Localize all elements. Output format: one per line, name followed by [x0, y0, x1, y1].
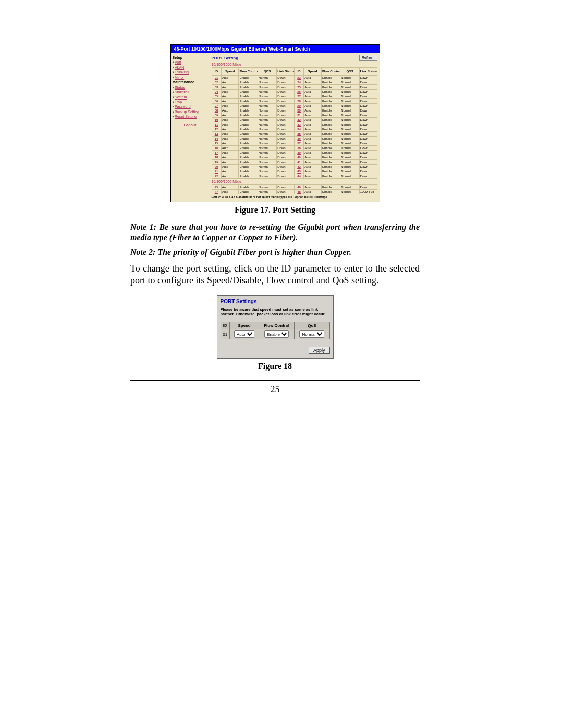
port-cell: Down — [359, 118, 377, 122]
port-id-link[interactable]: 23 — [294, 76, 303, 80]
flow-control-select[interactable]: Enable — [264, 330, 289, 338]
sidebar-item-link[interactable]: Reset Setting — [175, 115, 197, 118]
port-cell: Normal — [340, 141, 359, 146]
sidebar-item-link[interactable]: Trap — [175, 100, 182, 104]
sidebar-item[interactable]: Trap — [173, 100, 208, 104]
sidebar-item[interactable]: Password — [173, 104, 208, 109]
sidebar-item[interactable]: Reset Setting — [173, 114, 208, 119]
sidebar-item[interactable]: Trunking — [173, 70, 208, 75]
port-cell: Auto — [304, 85, 322, 90]
sidebar-item-link[interactable]: VLAN — [175, 66, 184, 69]
port-id-link[interactable]: 34 — [294, 127, 303, 132]
port-cell: Auto — [304, 127, 322, 132]
port-id-link[interactable]: 41 — [294, 160, 303, 165]
port-table-header: Link Status — [277, 68, 295, 76]
port-cell: Auto — [304, 108, 322, 113]
port-id-link[interactable]: 46 — [294, 185, 303, 190]
sidebar-item[interactable]: VLAN — [173, 65, 208, 70]
qos-select[interactable]: Normal — [299, 330, 324, 338]
port-id-link[interactable]: 10 — [212, 118, 221, 122]
port-id-link[interactable]: 28 — [294, 99, 303, 104]
speed-select[interactable]: Auto — [234, 330, 254, 338]
port-id-link[interactable]: 14 — [212, 137, 221, 141]
port-cell: Normal — [258, 85, 276, 90]
port-id-link[interactable]: 32 — [294, 118, 303, 122]
port-cell: Enable — [321, 99, 340, 104]
port-cell: Down — [359, 127, 377, 132]
port-id-link[interactable]: 44 — [294, 174, 303, 179]
port-settings-row: 01 Auto Enable Normal — [221, 329, 329, 339]
port-cell: Enable — [239, 141, 258, 146]
apply-button[interactable]: Apply — [309, 347, 330, 354]
port-id-link[interactable]: 45 — [212, 185, 221, 190]
port-id-link[interactable]: 16 — [212, 146, 221, 151]
port-id-link[interactable]: 08 — [212, 108, 221, 113]
port-id-link[interactable]: 18 — [212, 155, 221, 160]
port-id-link[interactable]: 22 — [212, 174, 221, 179]
port-id-link[interactable]: 29 — [294, 104, 303, 108]
port-cell: Down — [277, 80, 295, 85]
sidebar-item[interactable]: Statistics — [173, 90, 208, 94]
sidebar-item-link[interactable]: Trunking — [175, 70, 189, 74]
sidebar-item[interactable]: Port — [173, 60, 208, 65]
port-id-link[interactable]: 33 — [294, 122, 303, 127]
sidebar-item-link[interactable]: Password — [175, 105, 191, 108]
port-id-link[interactable]: 12 — [212, 127, 221, 132]
port-cell: Enable — [239, 146, 258, 151]
port-id-link[interactable]: 40 — [294, 155, 303, 160]
port-id-link[interactable]: 25 — [294, 85, 303, 90]
refresh-button[interactable]: Refresh — [359, 55, 377, 61]
port-id-link[interactable]: 24 — [294, 80, 303, 85]
port-id-link[interactable]: 47 — [212, 190, 221, 194]
port-id-link[interactable]: 19 — [212, 160, 221, 165]
note-1: Note 1: Be sure that you have to re-sett… — [130, 222, 420, 243]
port-id-link[interactable]: 39 — [294, 151, 303, 155]
apply-row: Apply — [221, 347, 330, 354]
port-id-link[interactable]: 11 — [212, 122, 221, 127]
port-id-link[interactable]: 07 — [212, 104, 221, 108]
sidebar-item-link[interactable]: Port — [175, 60, 181, 64]
port-id-link[interactable]: 17 — [212, 151, 221, 155]
sidebar-logout-link[interactable]: Logout — [173, 122, 208, 127]
port-id-link[interactable]: 27 — [294, 94, 303, 99]
port-id-link[interactable]: 26 — [294, 90, 303, 94]
port-cell: Normal — [258, 155, 276, 160]
port-id-link[interactable]: 35 — [294, 132, 303, 137]
port-id-link[interactable]: 06 — [212, 99, 221, 104]
port-id-link[interactable]: 09 — [212, 113, 221, 118]
sidebar-item-link[interactable]: Backup Setting — [175, 110, 199, 114]
port-cell: Normal — [340, 76, 359, 80]
port-id-link[interactable]: 31 — [294, 113, 303, 118]
port-id-link[interactable]: 42 — [294, 165, 303, 169]
port-id-link[interactable]: 38 — [294, 146, 303, 151]
sidebar-item[interactable]: Backup Setting — [173, 109, 208, 114]
port-id-link[interactable]: 03 — [212, 85, 221, 90]
port-cell: Normal — [258, 137, 276, 141]
port-row: 04AutoEnableNormalDown26AutoEnableNormal… — [212, 90, 377, 94]
port-id-link[interactable]: 05 — [212, 94, 221, 99]
port-cell: Enable — [321, 85, 340, 90]
port-id-link[interactable]: 02 — [212, 80, 221, 85]
sidebar-item[interactable]: Mirror — [173, 75, 208, 80]
port-id-link[interactable]: 21 — [212, 169, 221, 174]
port-id-link[interactable]: 13 — [212, 132, 221, 137]
port-id-link[interactable]: 43 — [294, 169, 303, 174]
port-id-link[interactable]: 36 — [294, 137, 303, 141]
port-id-link[interactable]: 15 — [212, 141, 221, 146]
sidebar-item-link[interactable]: System — [175, 95, 187, 99]
port-id-link[interactable]: 04 — [212, 90, 221, 94]
port-id-link[interactable]: 48 — [294, 190, 303, 194]
sidebar-heading-setup: Setup — [173, 55, 208, 60]
port-id-link[interactable]: 37 — [294, 141, 303, 146]
sidebar-item[interactable]: System — [173, 95, 208, 100]
sidebar-item-link[interactable]: Mirror — [175, 76, 184, 79]
sidebar-item-link[interactable]: Status — [175, 85, 185, 89]
port-id-link[interactable]: 01 — [212, 76, 221, 80]
sidebar-item-link[interactable]: Statistics — [175, 90, 189, 94]
port-cell: Enable — [321, 160, 340, 165]
port-row: 14AutoEnableNormalDown36AutoEnableNormal… — [212, 137, 377, 141]
port-cell: Down — [359, 146, 377, 151]
port-id-link[interactable]: 20 — [212, 165, 221, 169]
sidebar-item[interactable]: Status — [173, 85, 208, 90]
port-id-link[interactable]: 30 — [294, 108, 303, 113]
